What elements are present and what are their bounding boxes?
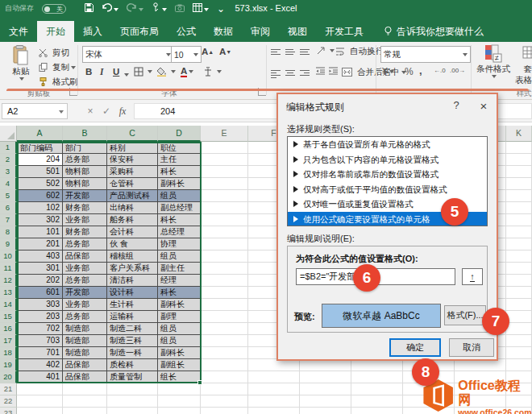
cell-G23[interactable] <box>300 408 351 414</box>
cell-E22[interactable] <box>201 395 248 408</box>
row-header-23[interactable]: 23 <box>0 408 17 414</box>
cell-F23[interactable] <box>248 408 300 414</box>
cell-E1[interactable] <box>201 142 248 154</box>
cell-K19[interactable] <box>506 359 532 371</box>
cell-A8[interactable]: 101 <box>17 226 63 238</box>
decrease-indent-icon[interactable] <box>316 67 327 76</box>
row-header-14[interactable]: 14 <box>0 299 17 311</box>
cell-F22[interactable] <box>248 395 300 408</box>
cell-D10[interactable]: 组员 <box>158 250 201 263</box>
grow-font-icon[interactable]: A▲ <box>202 47 214 56</box>
rule-type-item[interactable]: 基于各自值设置所有单元格的格式 <box>288 137 487 152</box>
cell-F20[interactable] <box>248 371 300 383</box>
cell-B3[interactable]: 物料部 <box>63 166 107 178</box>
cell-H22[interactable] <box>351 395 403 408</box>
row-header-7[interactable]: 7 <box>0 214 17 226</box>
dialog-close-icon[interactable]: × <box>477 99 490 113</box>
phonetic-guide-icon[interactable] <box>203 67 222 77</box>
ribbon-tab-审阅[interactable]: 审阅 <box>242 21 279 42</box>
cell-B22[interactable] <box>63 395 107 408</box>
cell-C18[interactable]: 制造一科 <box>107 347 158 359</box>
align-bottom-icon[interactable] <box>300 48 310 56</box>
cell-E8[interactable] <box>201 226 248 238</box>
cell-B18[interactable]: 制造部 <box>63 347 107 359</box>
cell-C16[interactable]: 制造二科 <box>107 323 158 335</box>
cell-D5[interactable]: 组员 <box>158 190 201 202</box>
cell-D15[interactable]: 副理 <box>158 311 201 323</box>
row-header-3[interactable]: 3 <box>0 166 17 178</box>
row-header-20[interactable]: 20 <box>0 371 17 383</box>
cell-H19[interactable] <box>351 359 403 371</box>
cell-C20[interactable]: 质量管制 <box>107 371 158 383</box>
orientation-icon[interactable] <box>316 46 335 56</box>
cell-K1[interactable] <box>506 142 532 154</box>
cell-G22[interactable] <box>300 395 351 408</box>
ribbon-tab-文件[interactable]: 文件 <box>0 21 37 42</box>
cell-E19[interactable] <box>201 359 248 371</box>
row-header-8[interactable]: 8 <box>0 226 17 238</box>
row-header-1[interactable]: 1 <box>0 142 17 154</box>
ribbon-tab-公式[interactable]: 公式 <box>168 21 205 42</box>
cell-E5[interactable] <box>201 190 248 202</box>
cell-C3[interactable]: 采购科 <box>107 166 158 178</box>
row-header-10[interactable]: 10 <box>0 250 17 263</box>
row-header-9[interactable]: 9 <box>0 238 17 250</box>
paste-button[interactable]: 粘贴 <box>6 45 35 81</box>
cell-C22[interactable] <box>107 395 158 408</box>
format-button[interactable]: 格式(F)... <box>444 305 486 325</box>
borders-icon[interactable] <box>134 67 152 77</box>
format-as-table-button[interactable]: 套用表格格式 <box>513 44 532 86</box>
cell-D19[interactable]: 副组长 <box>158 359 201 371</box>
row-header-4[interactable]: 4 <box>0 178 17 190</box>
cell-A4[interactable]: 502 <box>17 178 63 190</box>
cell-B10[interactable]: 品保部 <box>63 250 107 263</box>
cell-A1[interactable]: 部门编码 <box>17 142 63 154</box>
cell-C1[interactable]: 科别 <box>107 142 158 154</box>
cell-E3[interactable] <box>201 166 248 178</box>
cell-G19[interactable] <box>300 359 351 371</box>
cell-A14[interactable]: 303 <box>17 299 63 311</box>
cell-E16[interactable] <box>201 323 248 335</box>
cell-H21[interactable] <box>351 383 403 395</box>
font-name-combo[interactable]: 宋体 <box>82 46 174 63</box>
cell-E17[interactable] <box>201 335 248 347</box>
select-all-corner[interactable] <box>0 126 17 142</box>
shrink-font-icon[interactable]: A▼ <box>219 47 231 56</box>
cell-B15[interactable]: 总务部 <box>63 311 107 323</box>
cell-A23[interactable] <box>17 408 63 414</box>
cell-E10[interactable] <box>201 250 248 263</box>
cell-H20[interactable] <box>351 371 403 383</box>
cell-K14[interactable] <box>506 299 532 311</box>
cell-C2[interactable]: 保安科 <box>107 154 158 166</box>
cell-D23[interactable] <box>158 408 201 414</box>
cell-C7[interactable]: 船务科 <box>107 214 158 226</box>
ribbon-tab-开始[interactable]: 开始 <box>37 21 74 42</box>
cell-C17[interactable]: 制造三科 <box>107 335 158 347</box>
cell-D16[interactable]: 组员 <box>158 323 201 335</box>
name-box[interactable]: A2 <box>2 103 68 119</box>
cell-E15[interactable] <box>201 311 248 323</box>
fill-handle[interactable] <box>197 380 202 385</box>
cell-D20[interactable]: 组长 <box>158 371 201 383</box>
ribbon-tab-视图[interactable]: 视图 <box>279 21 316 42</box>
fill-color-icon[interactable] <box>156 67 176 77</box>
cell-D7[interactable]: 科长 <box>158 214 201 226</box>
cell-E20[interactable] <box>201 371 248 383</box>
cell-E21[interactable] <box>201 383 248 395</box>
cell-E18[interactable] <box>201 347 248 359</box>
format-painter-button[interactable]: 格式刷 <box>39 77 78 88</box>
row-header-15[interactable]: 15 <box>0 311 17 323</box>
underline-button[interactable]: U <box>113 67 119 77</box>
cell-E23[interactable] <box>201 408 248 414</box>
cell-E13[interactable] <box>201 287 248 299</box>
cell-A5[interactable]: 602 <box>17 190 63 202</box>
cell-E2[interactable] <box>201 154 248 166</box>
cell-B11[interactable]: 业务部 <box>63 263 107 275</box>
enter-entry-icon[interactable]: ✓ <box>98 103 114 119</box>
conditional-formatting-button[interactable]: ≠ 条件格式 <box>475 44 512 78</box>
cell-D13[interactable]: 科长 <box>158 287 201 299</box>
column-header-A[interactable]: A <box>17 126 63 142</box>
cell-C21[interactable] <box>107 383 158 395</box>
increase-decimal-icon[interactable]: ←.0 <box>434 67 446 74</box>
underline-dropdown-icon[interactable] <box>124 73 129 77</box>
